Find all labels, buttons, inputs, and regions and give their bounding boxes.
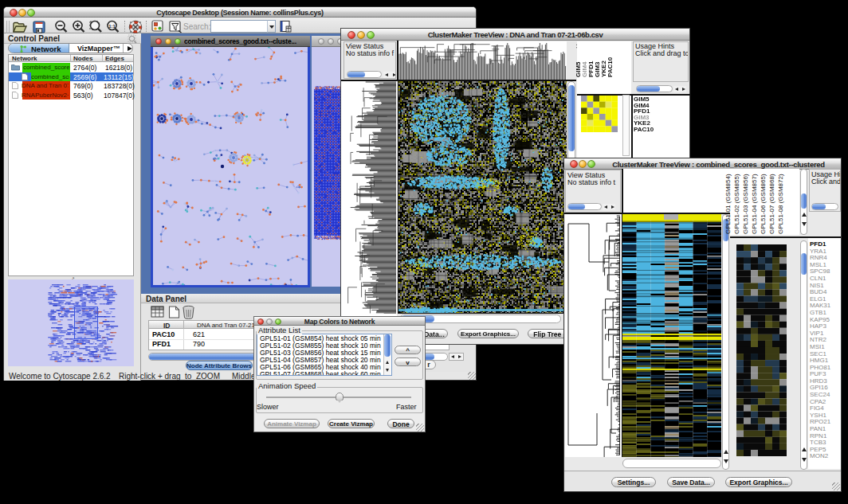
svg-text:1:1: 1:1 xyxy=(108,24,116,29)
